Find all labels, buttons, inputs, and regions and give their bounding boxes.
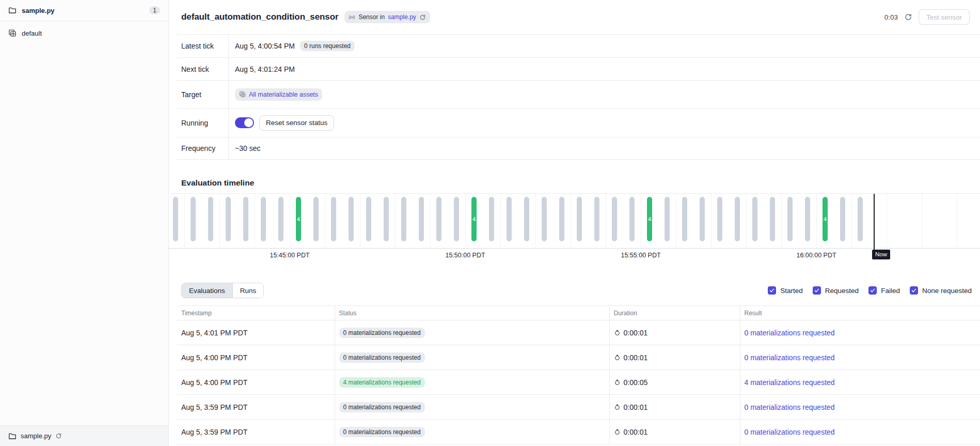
timeline-bar[interactable] bbox=[524, 197, 529, 241]
filter-failed[interactable]: Failed bbox=[868, 286, 900, 295]
timeline-bar[interactable] bbox=[770, 197, 775, 241]
timeline-bar[interactable] bbox=[331, 197, 336, 241]
timeline-bar[interactable]: 4 bbox=[823, 197, 828, 241]
detail-value: All materializable assets bbox=[229, 81, 322, 108]
timeline-bar[interactable] bbox=[454, 197, 459, 241]
timeline-bar[interactable] bbox=[313, 197, 319, 241]
checkbox-checked-icon[interactable] bbox=[910, 286, 918, 295]
tab-evaluations[interactable]: Evaluations bbox=[182, 283, 232, 298]
timeline-gridline bbox=[851, 194, 852, 248]
filter-requested[interactable]: Requested bbox=[813, 286, 859, 295]
test-sensor-button[interactable]: Test sensor bbox=[919, 9, 970, 25]
timeline-bar[interactable] bbox=[752, 197, 757, 241]
sensor-icon bbox=[349, 14, 355, 21]
status-badge: 0 materializations requested bbox=[339, 402, 425, 412]
timeline-bar[interactable] bbox=[858, 197, 863, 241]
sidebar-footer: sample.py bbox=[0, 425, 168, 446]
sensor-file-link[interactable]: sample.py bbox=[388, 13, 416, 21]
timeline-bar[interactable] bbox=[419, 197, 424, 241]
timeline-gridline bbox=[430, 194, 431, 248]
filter-started[interactable]: Started bbox=[768, 286, 803, 295]
result-link[interactable]: 0 materializations requested bbox=[745, 428, 835, 436]
timeline-bar[interactable] bbox=[278, 197, 283, 241]
timeline-bar[interactable] bbox=[612, 197, 617, 241]
result-link[interactable]: 0 materializations requested bbox=[745, 353, 835, 362]
timeline-bar[interactable] bbox=[436, 197, 441, 241]
timeline-gridline bbox=[219, 194, 220, 248]
status-badge: 0 materializations requested bbox=[339, 328, 425, 338]
timeline-gridline bbox=[255, 194, 255, 248]
timeline-bar[interactable] bbox=[629, 197, 635, 241]
checkbox-checked-icon[interactable] bbox=[868, 286, 877, 295]
result-link[interactable]: 0 materializations requested bbox=[745, 329, 835, 337]
filter-label: Failed bbox=[881, 287, 900, 295]
reset-sensor-status-button[interactable]: Reset sensor status bbox=[259, 115, 334, 131]
sensor-count-badge: 1 bbox=[149, 6, 160, 14]
timeline-bar[interactable] bbox=[542, 197, 547, 241]
timeline-bar[interactable] bbox=[401, 197, 406, 241]
target-assets-chip[interactable]: All materializable assets bbox=[235, 88, 322, 101]
timeline-bar[interactable] bbox=[208, 197, 213, 241]
timeline-gridline bbox=[746, 194, 747, 248]
timeline-bar[interactable] bbox=[507, 197, 512, 241]
timeline-bar[interactable] bbox=[384, 197, 389, 241]
timeline-bar[interactable] bbox=[559, 197, 564, 241]
main-content: default_automation_condition_sensor Sens… bbox=[169, 0, 980, 446]
status-cell: 0 materializations requested bbox=[335, 395, 609, 420]
timeline-bar[interactable] bbox=[682, 197, 687, 241]
reload-icon[interactable] bbox=[419, 14, 426, 21]
duration-cell: 0:00:01 bbox=[609, 320, 740, 345]
timeline-bar[interactable] bbox=[787, 197, 793, 241]
detail-value: Aug 5, 4:00:54 PM0 runs requested bbox=[229, 35, 355, 57]
timeline-bar[interactable] bbox=[700, 197, 705, 241]
timeline-bar[interactable] bbox=[191, 197, 196, 241]
timeline-bar[interactable] bbox=[665, 197, 670, 241]
timeline-axis-label: 16:00:00 PDT bbox=[796, 252, 836, 259]
timeline-bar[interactable]: 4 bbox=[647, 197, 652, 241]
timeline-bar[interactable] bbox=[366, 197, 371, 241]
duration-cell: 0:00:01 bbox=[609, 420, 740, 444]
result-link[interactable]: 4 materializations requested bbox=[745, 378, 835, 387]
timeline-bar[interactable] bbox=[349, 197, 354, 241]
timeline-bar[interactable] bbox=[173, 197, 178, 241]
duration-cell: 0:00:01 bbox=[609, 395, 740, 420]
timeline-bar[interactable] bbox=[243, 197, 248, 241]
checkbox-checked-icon[interactable] bbox=[768, 286, 776, 295]
timeline-gridline bbox=[676, 194, 676, 248]
timeline-bar[interactable] bbox=[840, 197, 845, 241]
timeline-bar[interactable] bbox=[594, 197, 599, 241]
filter-none-requested[interactable]: None requested bbox=[910, 286, 972, 295]
checkbox-checked-icon[interactable] bbox=[813, 286, 821, 295]
column-header-timestamp: Timestamp bbox=[177, 306, 335, 320]
timeline-gridline bbox=[957, 194, 957, 248]
details-row: Next tickAug 5, 4:01:24 PM bbox=[177, 57, 980, 80]
reload-icon[interactable] bbox=[55, 433, 62, 439]
timeline-bar[interactable] bbox=[226, 197, 231, 241]
timeline-bar[interactable]: 4 bbox=[471, 197, 477, 241]
timeline-bar[interactable] bbox=[261, 197, 266, 241]
timeline-bar[interactable] bbox=[577, 197, 582, 241]
timeline-bar[interactable] bbox=[735, 197, 740, 241]
evaluation-row: Aug 5, 4:00 PM PDT0 materializations req… bbox=[177, 345, 980, 370]
result-cell: 4 materializations requested bbox=[740, 370, 980, 395]
duration-text: 0:00:01 bbox=[624, 428, 648, 436]
timeline-gridline bbox=[184, 194, 185, 248]
timeline-gridline bbox=[571, 194, 571, 248]
result-link[interactable]: 0 materializations requested bbox=[745, 403, 835, 411]
details-row: RunningReset sensor status bbox=[177, 108, 980, 137]
tab-runs[interactable]: Runs bbox=[232, 283, 264, 298]
timeline-gridline bbox=[290, 194, 290, 248]
timeline-bar[interactable] bbox=[717, 197, 722, 241]
sidebar: sample.py 1 default sample.py bbox=[0, 0, 169, 446]
refresh-icon[interactable] bbox=[904, 13, 912, 21]
view-tabs: EvaluationsRuns bbox=[181, 283, 264, 298]
running-toggle[interactable] bbox=[235, 117, 254, 128]
now-marker-label: Now bbox=[872, 250, 890, 259]
timeline-bar[interactable] bbox=[489, 197, 494, 241]
sidebar-item-label: default bbox=[22, 29, 42, 37]
sidebar-item-sample-py[interactable]: sample.py 1 bbox=[0, 0, 168, 21]
timeline-bar[interactable] bbox=[805, 197, 810, 241]
timeline-bar[interactable]: 4 bbox=[296, 197, 301, 241]
timestamp-cell: Aug 5, 4:00 PM PDT bbox=[177, 370, 335, 395]
sidebar-item-default[interactable]: default bbox=[0, 21, 168, 45]
